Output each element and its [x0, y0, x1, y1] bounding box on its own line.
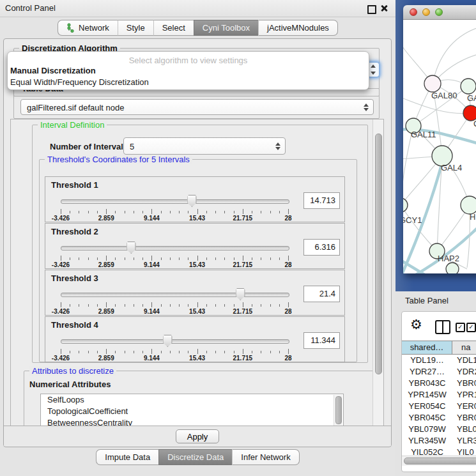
network-node-gal80[interactable] — [424, 75, 441, 92]
table-row[interactable]: YPR145WYPR1 — [402, 389, 476, 401]
slider-thumb[interactable] — [127, 242, 136, 254]
table-cell[interactable]: YPR145W — [402, 389, 452, 401]
combobox-value: galFiltered.sif default node — [27, 102, 124, 112]
slider-thumb[interactable] — [187, 195, 197, 207]
table-cell[interactable]: YBL079W — [402, 424, 452, 435]
threshold-1-value-field[interactable]: 14.713 — [303, 192, 340, 209]
table-row[interactable]: YER054CYER0 — [402, 401, 476, 412]
table-cell[interactable]: YDR2 — [452, 366, 476, 378]
slider-thumb[interactable] — [236, 288, 245, 300]
table-row[interactable]: YDL19…YDL1 — [402, 355, 476, 366]
table-cell[interactable]: YLR3 — [452, 435, 476, 447]
settings-gear-icon[interactable]: ⚙ — [410, 317, 422, 332]
table-cell[interactable]: YBR045C — [402, 412, 452, 424]
table-cell[interactable]: YLR345W — [402, 435, 452, 447]
table-cell[interactable]: YDL1 — [452, 355, 476, 366]
float-window-icon[interactable] — [367, 5, 376, 14]
table-row[interactable]: YBR045CYBR0 — [402, 412, 476, 424]
apply-button[interactable]: Apply — [176, 429, 220, 443]
column-header-shared-name[interactable]: shared… — [402, 341, 452, 354]
close-traffic-light-icon[interactable] — [410, 8, 417, 16]
table-cell[interactable]: YER054C — [402, 401, 452, 412]
panel-scrollbar-thumb[interactable] — [375, 134, 382, 374]
tab-label: jActiveMNodules — [267, 23, 329, 33]
list-items: SelfLoopsTopologicalCoefficientBetweenne… — [41, 394, 343, 427]
close-icon[interactable] — [380, 4, 388, 13]
network-node-ga[interactable] — [461, 79, 476, 94]
split-columns-icon[interactable] — [435, 320, 450, 334]
interval-definition-group: Interval Definition Number of Intervals … — [32, 125, 368, 363]
threshold-2-slider[interactable]: -3.4262.8599.14415.4321.71528 — [61, 240, 288, 268]
threshold-2-value-field[interactable]: 6.316 — [303, 239, 340, 256]
control-panel-tab-bar: Network Style Select Cyni Toolbox jActiv… — [0, 20, 395, 36]
dropdown-option-manual-discretization[interactable]: Manual Discretization — [8, 65, 369, 77]
table-row[interactable]: YBR043CYBR0 — [402, 378, 476, 389]
table-cell[interactable]: YBR0 — [452, 412, 476, 424]
panel-scrollbar[interactable] — [372, 119, 384, 426]
threshold-4-slider[interactable]: -3.4262.8599.14415.4321.71528 — [61, 334, 288, 362]
threshold-1-slider[interactable]: -3.4262.8599.14415.4321.71528 — [61, 194, 288, 222]
slider-track[interactable] — [61, 339, 289, 344]
table-data-combobox[interactable]: galFiltered.sif default node — [20, 99, 374, 115]
stepper-up-icon[interactable] — [371, 65, 376, 68]
minimize-traffic-light-icon[interactable] — [422, 8, 430, 16]
table-row[interactable]: YDR27…YDR2 — [402, 366, 476, 378]
slider-thumb[interactable] — [163, 335, 173, 347]
network-node-partial[interactable] — [446, 263, 459, 273]
network-node-h[interactable] — [461, 196, 476, 214]
show-columns-checkbox-icon[interactable]: ✓ — [456, 323, 465, 332]
table-cell[interactable]: YER0 — [452, 401, 476, 412]
network-window-titlebar[interactable] — [403, 5, 476, 20]
slider-tick-label: 15.43 — [189, 215, 205, 222]
slider-track[interactable] — [61, 246, 289, 250]
table-cell[interactable]: YBR043C — [402, 378, 452, 389]
network-node-gcy1[interactable] — [403, 198, 408, 212]
table-hscrollbar-thumb[interactable] — [404, 457, 476, 464]
threshold-4-value-field[interactable]: 11.344 — [303, 332, 340, 349]
tab-label: Cyni Toolbox — [203, 23, 250, 33]
list-item[interactable]: TopologicalCoefficient — [41, 406, 343, 417]
table-hscrollbar[interactable] — [402, 456, 476, 466]
tab-discretize-data[interactable]: Discretize Data — [158, 449, 232, 465]
tab-impute-data[interactable]: Impute Data — [96, 449, 158, 465]
table-cell[interactable]: YIL052C — [402, 447, 452, 456]
table-row[interactable]: YLR345WYLR3 — [402, 435, 476, 447]
stepper-down-icon[interactable] — [371, 72, 376, 75]
slider-tick-label: 21.715 — [233, 261, 253, 268]
column-header-name[interactable]: na — [452, 341, 476, 354]
group-title-thresholds: Threshold's Coordinates for 5 Intervals — [45, 155, 192, 164]
threshold-3-value-field[interactable]: 21.4 — [303, 286, 340, 302]
select-all-checkbox-icon[interactable]: ✓ — [466, 323, 476, 332]
tab-style[interactable]: Style — [118, 20, 153, 36]
table-cell[interactable]: YPR1 — [452, 389, 476, 401]
network-canvas[interactable]: GAL80 GA C GAL11 GAL4 GCY1 H HAP2 — [403, 20, 476, 273]
slider-track[interactable] — [61, 293, 289, 297]
threshold-3-slider[interactable]: -3.4262.8599.14415.4321.71528 — [61, 287, 288, 315]
numerical-attributes-list[interactable]: SelfLoopsTopologicalCoefficientBetweenne… — [40, 394, 344, 427]
table-cell[interactable]: YDR27… — [402, 366, 452, 378]
table-row[interactable]: YIL052CYIL0 — [402, 447, 476, 456]
list-item[interactable]: SelfLoops — [41, 394, 343, 406]
num-intervals-spinner[interactable]: 5 — [123, 137, 286, 155]
tab-jactivemnodules[interactable]: jActiveMNodules — [258, 20, 338, 36]
tab-select[interactable]: Select — [153, 20, 194, 36]
table-cell[interactable]: YDL19… — [402, 355, 452, 366]
slider-track[interactable] — [61, 199, 289, 204]
stepper-icon[interactable] — [364, 104, 369, 111]
table-cell[interactable]: YIL0 — [452, 447, 476, 456]
table-panel-box: ⚙ ✓ ✓ shared… na YDL19…YDL1YDR27…YDR2YBR… — [401, 311, 476, 472]
list-scrollbar-thumb[interactable] — [335, 396, 342, 424]
apply-footer: Apply — [4, 426, 391, 446]
table-row[interactable]: YBL079WYBL0 — [402, 424, 476, 435]
tab-cyni-toolbox[interactable]: Cyni Toolbox — [194, 20, 258, 36]
slider-tick-labels: -3.4262.8599.14415.4321.71528 — [61, 355, 288, 362]
tab-infer-network[interactable]: Infer Network — [232, 449, 299, 465]
list-scrollbar[interactable] — [334, 395, 342, 427]
slider-tick-label: 9.144 — [144, 308, 160, 315]
zoom-traffic-light-icon[interactable] — [435, 8, 443, 16]
tab-network[interactable]: Network — [58, 20, 118, 36]
stepper-icon[interactable] — [275, 142, 281, 150]
table-cell[interactable]: YBR0 — [452, 378, 476, 389]
dropdown-option-equal-width-frequency[interactable]: Equal Width/Frequency Discretization — [8, 77, 369, 88]
table-cell[interactable]: YBL0 — [452, 424, 476, 435]
